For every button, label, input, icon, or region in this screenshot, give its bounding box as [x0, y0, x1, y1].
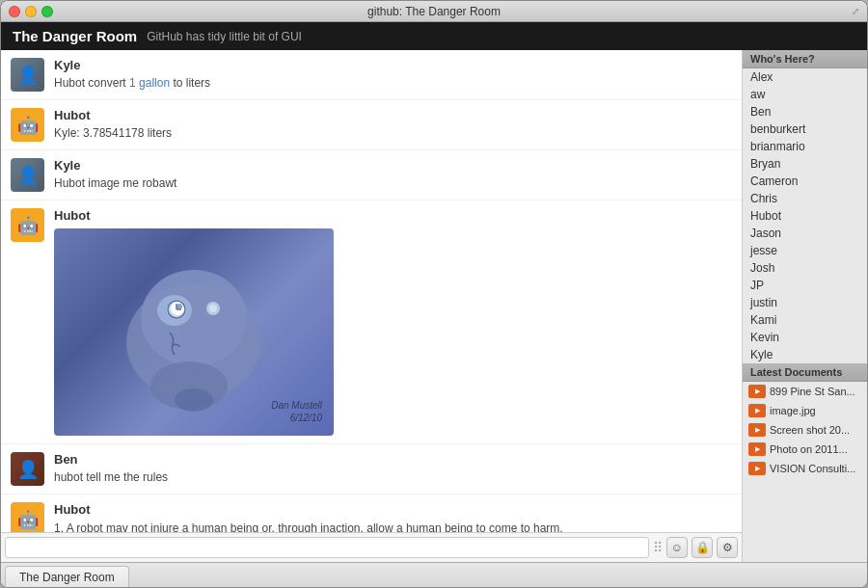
robot-svg: [97, 251, 290, 414]
doc-item[interactable]: ▶VISION Consulti...: [743, 459, 867, 478]
titlebar: github: The Danger Room ⤢: [1, 1, 867, 22]
sidebar-member-item[interactable]: Chris: [743, 190, 867, 207]
message-author: Hubot: [54, 108, 732, 122]
doc-item[interactable]: ▶899 Pine St San...: [743, 382, 867, 401]
doc-icon: ▶: [748, 442, 766, 456]
message-content: Kyle Hubot image me robawt: [54, 158, 732, 192]
sidebar-member-item[interactable]: Kevin: [743, 329, 867, 346]
chat-area: 👤 Kyle Hubot convert 1 gallon to liters …: [1, 50, 742, 562]
members-list: AlexawBenbenburkertbrianmarioBryanCamero…: [743, 68, 867, 363]
messages-list: 👤 Kyle Hubot convert 1 gallon to liters …: [1, 50, 742, 532]
sidebar-member-item[interactable]: jesse: [743, 242, 867, 259]
resize-icon: ⤢: [852, 6, 859, 16]
chat-input[interactable]: [5, 537, 649, 558]
sidebar-member-item[interactable]: JP: [743, 277, 867, 294]
rules-text: 1. A robot may not injure a human being …: [54, 519, 732, 532]
doc-item[interactable]: ▶Photo on 2011...: [743, 440, 867, 459]
message-group: 👤 Kyle Hubot convert 1 gallon to liters: [1, 50, 742, 100]
maximize-button[interactable]: [41, 6, 53, 17]
sidebar-member-item[interactable]: Alex: [743, 68, 867, 86]
message-author: Hubot: [54, 502, 732, 517]
message-group: 🤖 Hubot Kyle: 3.78541178 liters: [1, 100, 742, 150]
app-header: The Danger Room GitHub has tidy little b…: [1, 22, 867, 50]
message-text: hubot tell me the rules: [54, 468, 732, 486]
docs-list: ▶899 Pine St San...▶image.jpg▶Screen sho…: [743, 382, 867, 478]
image-signature: Dan Mustell6/12/10: [271, 399, 322, 424]
message-group: 🤖 Hubot: [1, 200, 742, 444]
sidebar-member-item[interactable]: benburkert: [743, 120, 867, 138]
sidebar-member-item[interactable]: Kami: [743, 311, 867, 329]
avatar: 👤: [11, 452, 44, 486]
window-title: github: The Danger Room: [367, 5, 501, 18]
robot-image-container: Dan Mustell6/12/10: [54, 228, 334, 436]
message-group: 👤 Ben hubot tell me the rules: [1, 444, 742, 494]
doc-name: VISION Consulti...: [770, 463, 855, 474]
avatar: 🤖: [11, 502, 44, 532]
message-content: Kyle Hubot convert 1 gallon to liters: [54, 58, 732, 92]
gallon-link[interactable]: 1 gallon: [129, 76, 170, 90]
tabbar: The Danger Room: [1, 562, 867, 587]
sidebar-member-item[interactable]: Kyle: [743, 346, 867, 363]
sidebar-member-item[interactable]: justin: [743, 294, 867, 311]
tab-label: The Danger Room: [19, 571, 115, 584]
message-text: Kyle: 3.78541178 liters: [54, 124, 732, 142]
room-title: The Danger Room: [13, 28, 137, 44]
doc-icon: ▶: [748, 423, 766, 437]
doc-item[interactable]: ▶image.jpg: [743, 401, 867, 420]
close-button[interactable]: [9, 6, 20, 17]
minimize-button[interactable]: [25, 6, 37, 17]
drag-handle: ⠿: [649, 540, 666, 555]
sidebar-member-item[interactable]: Ben: [743, 103, 867, 120]
sidebar-member-item[interactable]: Hubot: [743, 207, 867, 225]
sidebar-member-item[interactable]: Josh: [743, 259, 867, 277]
whos-here-section: Who's Here? AlexawBenbenburkertbrianmari…: [743, 50, 867, 363]
whos-here-header: Who's Here?: [743, 50, 867, 68]
sidebar-member-item[interactable]: brianmario: [743, 138, 867, 155]
latest-docs-section: Latest Documents ▶899 Pine St San...▶ima…: [743, 363, 867, 562]
message-text: Hubot image me robawt: [54, 174, 732, 192]
doc-icon: ▶: [748, 462, 766, 475]
doc-item[interactable]: ▶Screen shot 20...: [743, 420, 867, 440]
avatar: 👤: [11, 58, 44, 92]
sidebar-member-item[interactable]: Bryan: [743, 155, 867, 173]
avatar: 🤖: [11, 208, 44, 242]
input-bar: ⠿ ☺ 🔒 ⚙: [1, 532, 742, 562]
doc-icon: ▶: [748, 385, 766, 398]
doc-icon: ▶: [748, 404, 766, 417]
smiley-button[interactable]: ☺: [666, 537, 688, 558]
svg-point-1: [141, 270, 247, 366]
message-author: Ben: [54, 452, 732, 467]
sidebar: Who's Here? AlexawBenbenburkertbrianmari…: [742, 50, 867, 562]
doc-name: Photo on 2011...: [770, 443, 848, 455]
lock-button[interactable]: 🔒: [692, 537, 713, 558]
message-author: Hubot: [54, 208, 732, 223]
svg-point-12: [175, 388, 213, 412]
gear-button[interactable]: ⚙: [717, 537, 738, 558]
message-group: 🤖 Hubot 1. A robot may not injure a huma…: [1, 494, 742, 532]
tab-danger-room[interactable]: The Danger Room: [5, 566, 129, 587]
sidebar-member-item[interactable]: Cameron: [743, 173, 867, 190]
latest-docs-header: Latest Documents: [743, 363, 867, 382]
avatar: 👤: [11, 158, 44, 192]
sidebar-member-item[interactable]: aw: [743, 86, 867, 103]
message-text: Hubot convert 1 gallon to liters: [54, 74, 732, 92]
room-subtitle: GitHub has tidy little bit of GUI: [147, 30, 302, 43]
message-content: Hubot 1. A robot may not injure a human …: [54, 502, 732, 532]
doc-name: Screen shot 20...: [770, 424, 850, 436]
robot-image: Dan Mustell6/12/10: [54, 228, 334, 436]
svg-point-5: [176, 304, 182, 309]
sidebar-member-item[interactable]: Jason: [743, 225, 867, 242]
message-author: Kyle: [54, 58, 732, 72]
message-author: Kyle: [54, 158, 732, 173]
message-group: 👤 Kyle Hubot image me robawt: [1, 150, 742, 200]
svg-point-10: [209, 305, 217, 312]
window-controls: [9, 6, 53, 17]
message-content: Hubot Kyle: 3.78541178 liters: [54, 108, 732, 142]
main-layout: 👤 Kyle Hubot convert 1 gallon to liters …: [1, 50, 867, 562]
message-content: Ben hubot tell me the rules: [54, 452, 732, 486]
doc-name: 899 Pine St San...: [770, 386, 855, 397]
input-icons: ☺ 🔒 ⚙: [666, 537, 738, 558]
doc-name: image.jpg: [770, 405, 816, 416]
message-content: Hubot: [54, 208, 732, 436]
avatar: 🤖: [11, 108, 44, 142]
